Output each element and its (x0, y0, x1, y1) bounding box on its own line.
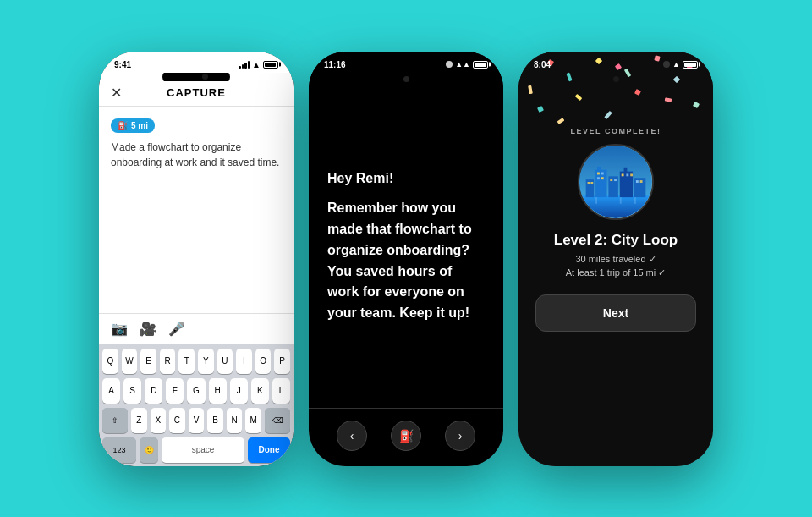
key-emoji[interactable]: 🙂 (140, 437, 158, 463)
phone2-status-bar: 11:16 ▲▲ (309, 52, 503, 73)
key-r[interactable]: R (160, 349, 176, 374)
key-b[interactable]: B (207, 408, 223, 433)
svg-rect-5 (597, 166, 601, 171)
mic-icon[interactable]: 🎤 (168, 321, 185, 337)
svg-rect-11 (590, 182, 593, 184)
capture-title: CAPTURE (167, 86, 226, 99)
key-p[interactable]: P (274, 349, 290, 374)
svg-rect-20 (630, 173, 633, 176)
key-i[interactable]: I (236, 349, 252, 374)
key-t[interactable]: T (178, 349, 195, 374)
phone2-battery (473, 61, 488, 69)
phone2-time: 11:16 (324, 60, 346, 69)
key-e[interactable]: E (140, 349, 156, 374)
capture-toolbar: 📷 🎥 🎤 (99, 313, 294, 344)
svg-rect-17 (614, 179, 617, 181)
keyboard-row-3: ⇧ Z X C V B N M ⌫ (102, 408, 290, 433)
key-done[interactable]: Done (248, 437, 290, 463)
key-g[interactable]: G (187, 378, 205, 404)
capture-badge: ⛽ 5 mi (111, 118, 155, 133)
capture-header: ✕ CAPTURE (99, 81, 294, 107)
svg-rect-2 (579, 195, 652, 218)
svg-rect-19 (626, 173, 628, 176)
key-w[interactable]: W (122, 349, 138, 374)
prev-button[interactable]: ‹ (337, 421, 367, 451)
capture-body: ⛽ 5 mi Made a flowchart to organize onbo… (99, 107, 294, 313)
key-u[interactable]: U (217, 349, 233, 374)
phone1-signal (239, 60, 250, 69)
svg-rect-8 (624, 167, 628, 173)
level-title: Level 2: City Loop (554, 232, 678, 249)
phone3-status-bar: 8:04 ▲ (518, 52, 713, 73)
phone2-body: Hey Remi! Remember how you made that flo… (309, 88, 503, 408)
key-f[interactable]: F (166, 378, 184, 404)
keyboard-row-1: Q W E R T Y U I O P (102, 349, 290, 374)
phone1-status-bar: 9:41 ▲ (99, 52, 294, 73)
key-k[interactable]: K (251, 378, 269, 404)
phones-container: 9:41 ▲ (82, 35, 730, 483)
svg-rect-14 (597, 177, 600, 179)
phone2-camera (446, 61, 453, 68)
svg-rect-25 (634, 197, 636, 204)
svg-rect-13 (601, 172, 604, 174)
phone3-camera (663, 61, 670, 68)
capture-badge-text: 5 mi (131, 121, 148, 130)
key-a[interactable]: A (102, 378, 120, 404)
phone1-time: 9:41 (114, 60, 131, 69)
keyboard-bottom-row: 123 🙂 space Done (102, 437, 290, 463)
city-svg (579, 146, 652, 218)
next-button[interactable]: Next (535, 294, 696, 332)
key-o[interactable]: O (255, 349, 272, 374)
phone2-greeting: Hey Remi! (327, 171, 485, 186)
svg-rect-12 (597, 172, 600, 174)
key-h[interactable]: H (209, 378, 227, 404)
svg-rect-6 (608, 176, 617, 197)
phone2-wifi: ▲▲ (455, 60, 470, 69)
svg-rect-23 (595, 197, 597, 204)
svg-rect-21 (636, 180, 639, 183)
phone-3: 8:04 ▲ (518, 52, 713, 466)
svg-rect-15 (601, 177, 604, 179)
key-v[interactable]: V (189, 408, 205, 433)
key-space[interactable]: space (162, 437, 244, 463)
svg-rect-16 (610, 179, 612, 181)
fuel-badge-icon: ⛽ (118, 121, 128, 130)
level-stat-1: 30 miles traveled ✓ (575, 254, 656, 265)
key-d[interactable]: D (145, 378, 162, 404)
keyboard-row-2: A S D F G H J K L (102, 378, 290, 404)
svg-rect-22 (640, 180, 643, 183)
phone3-battery (683, 61, 698, 69)
phone3-wifi: ▲ (672, 60, 680, 69)
key-backspace[interactable]: ⌫ (265, 408, 290, 433)
close-button[interactable]: ✕ (111, 85, 122, 101)
fuel-icon: ⛽ (391, 421, 421, 451)
phone-1: 9:41 ▲ (99, 52, 294, 466)
keyboard: Q W E R T Y U I O P A S D (99, 344, 294, 466)
key-q[interactable]: Q (102, 349, 118, 374)
phone2-message: Remember how you made that flowchart to … (327, 198, 485, 324)
phone-2: 11:16 ▲▲ Hey Remi! Rememb (309, 52, 503, 466)
level-complete-body: LEVEL COMPLETE! (518, 88, 713, 466)
key-m[interactable]: M (245, 408, 261, 433)
capture-text: Made a flowchart to organize onboarding … (111, 140, 282, 170)
key-j[interactable]: J (230, 378, 248, 404)
video-icon[interactable]: 🎥 (140, 321, 156, 337)
level-complete-label: LEVEL COMPLETE! (571, 127, 661, 135)
key-y[interactable]: Y (198, 349, 214, 374)
phone1-battery (263, 61, 278, 69)
key-s[interactable]: S (123, 378, 141, 404)
key-c[interactable]: C (169, 408, 185, 433)
key-123[interactable]: 123 (102, 437, 136, 463)
next-nav-button[interactable]: › (445, 421, 475, 451)
svg-rect-24 (620, 197, 622, 204)
key-shift[interactable]: ⇧ (102, 408, 128, 433)
key-x[interactable]: X (151, 408, 167, 433)
city-image (578, 144, 654, 220)
phone2-nav: ‹ ⛽ › (309, 408, 503, 466)
svg-rect-10 (588, 182, 590, 184)
camera-icon[interactable]: 📷 (111, 321, 128, 337)
key-z[interactable]: Z (131, 408, 147, 433)
svg-rect-18 (622, 173, 624, 176)
key-l[interactable]: L (272, 378, 290, 404)
key-n[interactable]: N (227, 408, 243, 433)
